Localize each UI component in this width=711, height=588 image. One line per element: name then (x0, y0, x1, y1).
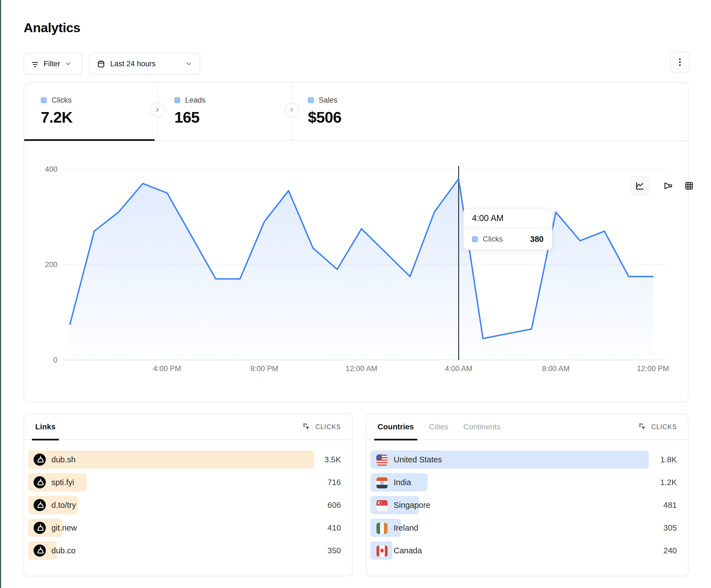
country-row-united-states[interactable]: United States 1.8K (370, 450, 677, 469)
y-axis-tick: 0 (53, 356, 58, 364)
chart-canvas[interactable]: 40020004:00 PM8:00 PM12:00 AM4:00 AM8:00… (24, 141, 689, 403)
link-row-dub-sh[interactable]: dub.sh 3.5K (28, 450, 341, 469)
link-value: 606 (328, 496, 341, 514)
expand-sales-button[interactable] (284, 103, 299, 117)
stat-tab-leads[interactable]: Leads 165 (158, 83, 292, 141)
y-axis-tick: 400 (45, 165, 58, 173)
analytics-card: Clicks 7.2K Leads 165 Sales $506 (24, 82, 689, 403)
country-label: Canada (394, 541, 422, 560)
country-value: 240 (664, 541, 677, 560)
clicks-legend-swatch (41, 97, 47, 103)
flag-ca-icon (376, 545, 388, 557)
link-row-git-new[interactable]: git.new 410 (28, 519, 341, 537)
tab-cities[interactable]: Cities (429, 414, 448, 440)
flag-in-icon (376, 477, 388, 489)
countries-card-header: Countries Cities Continents CLICKS (366, 414, 688, 440)
country-label: Ireland (394, 519, 418, 537)
country-label: United States (394, 450, 442, 469)
x-axis-tick: 12:00 AM (346, 364, 377, 373)
country-label: Singapore (394, 496, 430, 514)
leads-legend-swatch (174, 97, 180, 103)
date-range-label: Last 24 hours (110, 60, 156, 68)
country-label: India (394, 473, 411, 492)
country-row-canada[interactable]: Canada 240 (370, 541, 677, 560)
link-label: d.to/try (51, 496, 76, 514)
stat-tab-clicks[interactable]: Clicks 7.2K (24, 83, 157, 141)
x-axis-tick: 8:00 AM (542, 364, 569, 373)
link-label: dub.sh (51, 450, 76, 469)
links-metric-selector[interactable]: CLICKS (302, 414, 341, 440)
tooltip-series-swatch (472, 236, 478, 242)
country-row-ireland[interactable]: Ireland 305 (370, 519, 677, 537)
filter-label: Filter (44, 60, 60, 68)
country-value: 1.8K (660, 450, 677, 469)
stat-label: Clicks (52, 96, 72, 105)
x-axis-tick: 12:00 PM (637, 364, 669, 373)
country-value: 1.2K (660, 473, 677, 492)
country-value: 305 (664, 519, 677, 537)
dub-logo-icon (34, 476, 46, 489)
x-axis-tick: 4:00 PM (153, 364, 181, 373)
cursor-click-icon (638, 422, 647, 432)
stat-value: 7.2K (41, 108, 72, 126)
tooltip-value: 380 (530, 235, 544, 244)
flag-ie-icon (376, 522, 388, 535)
link-value: 350 (328, 541, 341, 560)
link-value: 716 (328, 473, 341, 492)
stat-tab-sales[interactable]: Sales $506 (292, 83, 459, 141)
links-card: Links CLICKS dub.sh 3.5K s (24, 413, 352, 576)
stat-label: Leads (185, 96, 206, 105)
dub-logo-icon (34, 453, 46, 466)
links-card-header: Links CLICKS (24, 414, 352, 440)
country-row-singapore[interactable]: Singapore 481 (370, 496, 677, 514)
window-edge-strip (0, 0, 1, 588)
tooltip-series-label: Clicks (483, 235, 503, 244)
more-options-button[interactable] (670, 51, 690, 73)
stat-value: $506 (308, 108, 342, 126)
metric-label: CLICKS (651, 423, 677, 431)
link-label: git.new (51, 519, 77, 537)
link-row-d-to-try[interactable]: d.to/try 606 (28, 496, 341, 514)
dub-logo-icon (34, 544, 46, 557)
tooltip-time: 4:00 AM (464, 208, 552, 229)
x-axis-tick: 4:00 AM (445, 364, 472, 373)
link-label: spti.fyi (51, 473, 74, 492)
link-value: 3.5K (324, 450, 341, 469)
countries-card: Countries Cities Continents CLICKS (366, 413, 689, 576)
filter-icon (31, 60, 39, 68)
analytics-page: Analytics Filter Last 24 hours (0, 0, 711, 588)
dub-logo-icon (34, 499, 46, 511)
country-row-india[interactable]: India 1.2K (370, 473, 677, 492)
x-axis-tick: 8:00 PM (251, 364, 278, 373)
link-row-spti-fyi[interactable]: spti.fyi 716 (28, 473, 341, 492)
stats-row: Clicks 7.2K Leads 165 Sales $506 (24, 83, 689, 141)
countries-metric-selector[interactable]: CLICKS (638, 414, 677, 440)
link-row-dub-co[interactable]: dub.co 350 (28, 541, 341, 560)
metric-label: CLICKS (316, 423, 341, 431)
page-title: Analytics (24, 20, 80, 35)
kebab-menu-icon (676, 58, 684, 67)
expand-leads-button[interactable] (150, 103, 165, 117)
tab-countries[interactable]: Countries (378, 414, 414, 440)
cursor-click-icon (302, 422, 311, 432)
calendar-icon (97, 60, 105, 68)
clicks-time-series-chart[interactable]: 40020004:00 PM8:00 PM12:00 AM4:00 AM8:00… (24, 141, 689, 403)
chevron-down-icon (185, 60, 192, 67)
tab-links[interactable]: Links (35, 414, 56, 440)
dub-logo-icon (34, 522, 46, 534)
filter-button[interactable]: Filter (24, 53, 82, 75)
link-value: 410 (328, 519, 341, 537)
y-axis-tick: 200 (45, 261, 58, 269)
stat-value: 165 (174, 108, 199, 126)
date-range-button[interactable]: Last 24 hours (89, 53, 200, 75)
sales-legend-swatch (308, 97, 314, 103)
flag-us-icon (376, 454, 388, 466)
chevron-down-icon (65, 60, 72, 67)
tab-continents[interactable]: Continents (464, 414, 500, 440)
country-value: 481 (664, 496, 677, 514)
link-label: dub.co (51, 541, 76, 560)
flag-sg-icon (376, 499, 388, 512)
chart-tooltip: 4:00 AM Clicks 380 (463, 208, 553, 250)
stat-label: Sales (319, 96, 338, 105)
area-fill (70, 179, 653, 360)
